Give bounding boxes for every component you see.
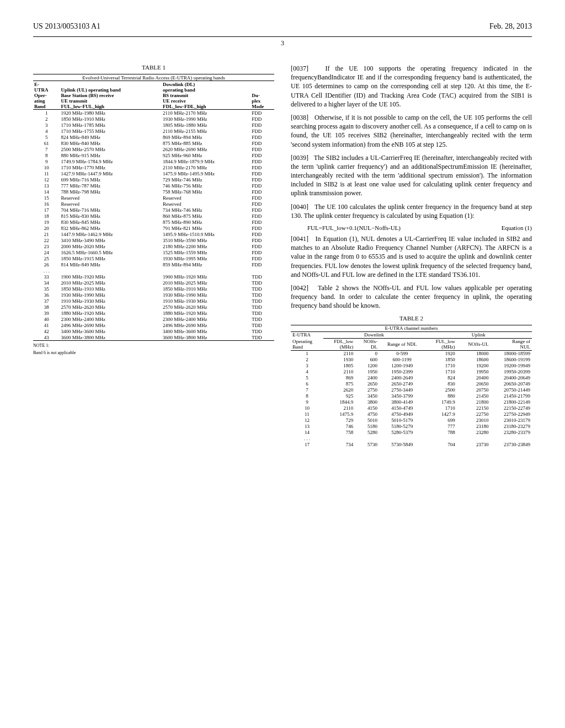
table-row: 17704 MHz-716 MHz734 MHz-746 MHzFDD [33, 207, 274, 213]
table-row: 251850 MHz-1915 MHz1930 MHz-1995 MHzFDD [33, 255, 274, 261]
table-row: 232000 MHz-2020 MHz2180 MHz-2200 MHzFDD [33, 243, 274, 249]
table-row: 61830 MHz-840 MHz875 MHz-885 MHzFDD [33, 140, 274, 146]
table1-header-row: E- UTRA Oper- ating Band Uplink (UL) ope… [33, 81, 274, 110]
table-row: 15ReservedReservedFDD [33, 195, 274, 201]
table-row: 1374651805180-52797772318023180-23279 [291, 424, 532, 430]
table2-caption: E-UTRA channel numbers [291, 325, 532, 331]
table-row: 433600 MHz-3800 MHz3600 MHz-3800 MHzTDD [33, 334, 274, 341]
para-40: [0040] The UE 100 calculates the uplink … [291, 202, 532, 220]
table-row: 8880 MHz-915 MHz925 MHz-960 MHzFDD [33, 152, 274, 158]
table-row: 13777 MHz-787 MHz746 MHz-756 MHzFDD [33, 183, 274, 189]
page-header: US 2013/0053103 A1 Feb. 28, 2013 [33, 22, 532, 31]
table-row: 1211000-59919201800018000-18599 [291, 350, 532, 357]
table-row: 101710 MHz-1770 MHz2110 MHz-2170 MHzFDD [33, 164, 274, 170]
table-row: 31710 MHz-1785 MHz1805 MHz-1880 MHzFDD [33, 122, 274, 128]
left-column: TABLE 1 Evolved-Universal Terrestrial Ra… [33, 64, 274, 448]
table2-header-row2: OperatingBand FDL_low(MHz) NOffs-DL Rang… [291, 338, 532, 350]
table-row: 91749.9 MHz-1784.9 MHz1844.9 MHz-1879.9 … [33, 158, 274, 164]
table-row: 331900 MHz-1920 MHz1900 MHz-1920 MHzTDD [33, 274, 274, 280]
para-num-41: [0041] [291, 235, 308, 243]
table-row: 72500 MHz-2570 MHz2620 MHz-2690 MHzFDD [33, 146, 274, 152]
table-row: 351850 MHz-1910 MHz1850 MHz-1910 MHzTDD [33, 286, 274, 292]
table2-header-row1: E-UTRA Downlink Uplink [291, 331, 532, 338]
table-row: 10211041504150-474917102215022150-22749 [291, 405, 532, 411]
table-row: 412496 MHz-2690 MHz2496 MHz-2690 MHzTDD [33, 322, 274, 328]
para-42: [0042] Table 2 shows the NOffs-UL and FU… [291, 283, 532, 311]
table-row: 371910 MHz-1930 MHz1910 MHz-1930 MHzTDD [33, 298, 274, 304]
equation-1: FUL=FUL_low+0.1(NUL−Noffs-UL) Equation (… [307, 224, 532, 231]
table-row: 91844.938003800-41491749.92180021800-221… [291, 399, 532, 405]
table-row: 1475852805280-53797882328023280-23379 [291, 430, 532, 436]
table1: Evolved-Universal Terrestrial Radio Acce… [33, 74, 274, 341]
table-row: 5824 MHz-849 MHz869 MHz-894 MHzFDD [33, 134, 274, 140]
table-row: 19830 MHz-845 MHz875 MHz-890 MHzFDD [33, 219, 274, 225]
para-num-42: [0042] [291, 284, 308, 292]
table1-note1: NOTE 1: [33, 343, 274, 348]
para-num-38: [0038] [291, 114, 308, 121]
para-38: [0038] Otherwise, if it is not possible … [291, 113, 532, 149]
table-row: 7262027502750-344925002075020750-21449 [291, 387, 532, 393]
para-39: [0039] The SIB2 includes a UL-CarrierFre… [291, 153, 532, 198]
right-column: [0037] If the UE 100 supports the operat… [291, 64, 532, 448]
table1-note2: Band 6 is not applicable [33, 350, 274, 355]
table-row: . . . [291, 436, 532, 442]
table-row: 4211019501950-239917101995019950-20399 [291, 369, 532, 375]
table1-title: TABLE 1 [33, 64, 274, 71]
table1-h-band: E- UTRA Oper- ating Band [33, 81, 60, 110]
table2: E-UTRA channel numbers E-UTRA Downlink U… [291, 325, 532, 448]
table-row: 14788 MHz-798 MHz758 MHz-768 MHzFDD [33, 189, 274, 195]
table-row: 18815 MHz-830 MHz860 MHz-875 MHzFDD [33, 213, 274, 219]
table-row: 16ReservedReservedFDD [33, 201, 274, 207]
table-row: 423400 MHz-3600 MHz3400 MHz-3600 MHzTDD [33, 328, 274, 334]
table-row: 11920 MHz-1980 MHz2110 MHz-2170 MHzFDD [33, 110, 274, 116]
table-row: 382570 MHz-2620 MHz2570 MHz-2620 MHzTDD [33, 304, 274, 310]
para-num-39: [0039] [291, 154, 308, 162]
para-num-40: [0040] [291, 203, 308, 211]
table-row: 223410 MHz-3490 MHz3510 MHz-3590 MHzFDD [33, 237, 274, 243]
table1-h-downlink: Downlink (DL) operating band BS transmit… [162, 81, 250, 110]
table-row: 361930 MHz-1990 MHz1930 MHz-1990 MHzTDD [33, 292, 274, 298]
para-37: [0037] If the UE 100 supports the operat… [291, 64, 532, 109]
page-number: 3 [33, 39, 532, 47]
table-row: 402300 MHz-2400 MHz2300 MHz-2400 MHzTDD [33, 316, 274, 322]
table-row: 21850 MHz-1910 MHz1930 MHz-1990 MHzFDD [33, 116, 274, 122]
table1-h-mode: Du- plex Mode [250, 81, 274, 110]
table-row: 391880 MHz-1920 MHz1880 MHz-1920 MHzTDD [33, 310, 274, 316]
table-row: 3180512001200-194917101920019200-19949 [291, 363, 532, 369]
table-row: 687526502650-27498302065020650-20749 [291, 381, 532, 387]
table-row: 26814 MHz-849 MHz859 MHz-894 MHzFDD [33, 261, 274, 267]
table-row: . . . [33, 267, 274, 274]
table2-title: TABLE 2 [291, 315, 532, 322]
doc-id: US 2013/0053103 A1 [33, 22, 100, 31]
table-row: 111475.947504750-49491427.92275022750-22… [291, 411, 532, 417]
table-row: 892534503450-37998802145021450-21799 [291, 393, 532, 399]
para-num-37: [0037] [291, 65, 308, 72]
table-row: 41710 MHz-1755 MHz2110 MHz-2155 MHzFDD [33, 128, 274, 134]
header-divider [33, 36, 532, 37]
table-row: 586924002400-26498242040020400-20649 [291, 375, 532, 381]
table-row: 342010 MHz-2025 MHz2010 MHz-2025 MHzTDD [33, 280, 274, 286]
table1-caption: Evolved-Universal Terrestrial Radio Acce… [33, 74, 274, 81]
table-row: 1773457305730-58497042373023730-23849 [291, 442, 532, 448]
table-row: 20832 MHz-862 MHz791 MHz-821 MHzFDD [33, 225, 274, 231]
table-row: 241626.5 MHz-1660.5 MHz1525 MHz-1559 MHz… [33, 249, 274, 255]
table-row: 21930600600-119918501860018600-19199 [291, 357, 532, 363]
content-columns: TABLE 1 Evolved-Universal Terrestrial Ra… [33, 64, 532, 448]
table1-h-uplink: Uplink (UL) operating band Base Station … [60, 81, 162, 110]
doc-date: Feb. 28, 2013 [489, 22, 532, 31]
table-row: 211447.9 MHz-1462.9 MHz1495.9 MHz-1510.9… [33, 231, 274, 237]
table-row: 12699 MHz-716 MHz729 MHz-746 MHzFDD [33, 176, 274, 183]
para-41: [0041] In Equation (1), NUL denotes a UL… [291, 234, 532, 279]
table-row: 111427.9 MHz-1447.9 MHz1475.9 MHz-1495.9… [33, 170, 274, 176]
table-row: 1272950105010-51796992301023010-23179 [291, 417, 532, 424]
